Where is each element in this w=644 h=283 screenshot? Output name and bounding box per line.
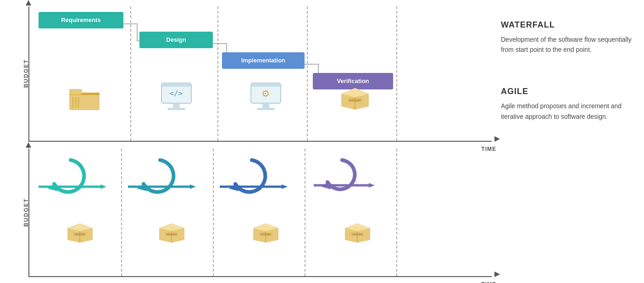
svg-rect-2 xyxy=(69,89,82,94)
sprint2-arrow-icon xyxy=(123,155,197,190)
sprint-1 xyxy=(34,155,123,192)
agile-box-2-cell xyxy=(126,220,217,243)
budget-label-waterfall: BUDGET xyxy=(23,59,29,88)
svg-rect-12 xyxy=(251,83,281,87)
agile-title: AGILE xyxy=(501,87,634,96)
y-axis-arrow-waterfall xyxy=(26,0,31,6)
wf-phase-requirements: Requirements xyxy=(39,12,123,28)
agile-box-4-icon xyxy=(343,220,372,243)
time-label-agile: TIME xyxy=(481,281,496,283)
sprint1-arrow-icon xyxy=(34,155,107,190)
waterfall-title: WATERFALL xyxy=(501,20,634,30)
icon-box-wf-cell xyxy=(309,84,401,110)
agile-vdash-2 xyxy=(213,149,214,276)
icon-code-cell: </> xyxy=(130,82,222,112)
svg-rect-47 xyxy=(261,233,271,235)
folder-icon xyxy=(68,84,100,112)
waterfall-description-text: Development of the software flow sequent… xyxy=(501,34,634,55)
svg-rect-0 xyxy=(69,93,100,110)
svg-rect-42 xyxy=(167,233,177,235)
waterfall-description: WATERFALL Development of the software fl… xyxy=(501,16,634,55)
icon-folder-cell xyxy=(39,84,130,112)
svg-rect-37 xyxy=(75,233,85,235)
svg-rect-52 xyxy=(352,233,362,235)
box-wf-icon xyxy=(339,84,371,110)
svg-rect-10 xyxy=(167,108,185,110)
x-axis-arrow-waterfall xyxy=(494,136,500,142)
agile-description-text: Agile method proposes and increment and … xyxy=(501,101,634,122)
agile-diagram: BUDGET TIME xyxy=(28,149,492,277)
agile-box-1-cell xyxy=(34,220,126,243)
code-icon: </> xyxy=(159,82,194,112)
main-container: BUDGET TIME Requirements xyxy=(10,6,634,277)
sprint-3 xyxy=(215,155,305,192)
sprint-4 xyxy=(309,155,399,192)
svg-marker-29 xyxy=(282,184,288,189)
budget-label-agile: BUDGET xyxy=(23,198,29,227)
vdash-4 xyxy=(396,6,397,141)
agile-box-3-icon xyxy=(251,220,281,243)
description-column: WATERFALL Development of the software fl… xyxy=(492,6,634,122)
sprint-2 xyxy=(123,155,213,192)
y-axis-arrow-agile xyxy=(26,142,31,148)
svg-rect-15 xyxy=(257,108,275,110)
x-axis-arrow-agile xyxy=(494,272,500,277)
gear-icon: ⚙ xyxy=(249,82,283,112)
sprint4-arrow-icon xyxy=(309,155,376,190)
diagrams-column: BUDGET TIME Requirements xyxy=(10,6,492,277)
svg-text:⚙: ⚙ xyxy=(261,89,270,99)
svg-marker-26 xyxy=(190,184,196,189)
svg-text:</>: </> xyxy=(169,89,183,98)
icon-gear-cell: ⚙ xyxy=(220,82,311,112)
agile-box-2-icon xyxy=(157,220,187,243)
svg-rect-7 xyxy=(161,83,191,87)
vdash-2 xyxy=(217,6,218,141)
agile-box-3-cell xyxy=(220,220,311,243)
wf-phase-design: Design xyxy=(139,32,213,48)
wf-phase-implementation: Implementation xyxy=(222,52,305,69)
agile-box-4-cell xyxy=(313,220,402,243)
svg-rect-9 xyxy=(173,103,180,108)
waterfall-diagram: BUDGET TIME Requirements xyxy=(28,6,492,142)
svg-rect-14 xyxy=(262,103,269,108)
svg-marker-32 xyxy=(369,183,375,188)
svg-marker-23 xyxy=(100,184,106,189)
agile-vdash-3 xyxy=(305,149,305,276)
svg-rect-20 xyxy=(350,100,361,101)
sprint3-arrow-icon xyxy=(215,155,289,190)
agile-box-1-icon xyxy=(65,220,95,243)
agile-description: AGILE Agile method proposes and incremen… xyxy=(501,82,634,122)
